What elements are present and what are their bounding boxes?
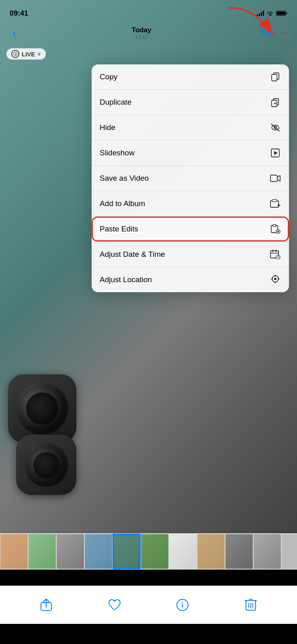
thumbnail-strip [0, 533, 297, 570]
thumbnail-2[interactable] [28, 534, 56, 569]
nav-title-block: Today 17:47 [23, 26, 260, 40]
nav-right: Edit ··· [260, 26, 291, 40]
thumbnail-3[interactable] [56, 534, 84, 569]
thumbnail-11[interactable] [281, 534, 297, 569]
svg-point-44 [182, 602, 183, 603]
svg-rect-19 [272, 200, 277, 202]
live-label: LIVE [22, 51, 35, 58]
svg-rect-3 [277, 12, 285, 15]
lens-1 [8, 374, 76, 443]
delete-button[interactable] [241, 595, 261, 615]
menu-item-duplicate[interactable]: Duplicate [92, 90, 289, 115]
menu-item-hide[interactable]: Hide [92, 115, 289, 140]
camera-lens-area [8, 374, 88, 495]
location-icon [270, 274, 281, 285]
back-button[interactable]: ‹ [6, 27, 23, 39]
menu-item-add-to-album-label: Add to Album [100, 199, 145, 208]
svg-rect-23 [273, 225, 276, 227]
status-icons [257, 10, 287, 16]
trash-icon [245, 598, 257, 612]
thumbnail-9[interactable] [225, 534, 253, 569]
video-icon [270, 173, 281, 184]
menu-item-adjust-location[interactable]: Adjust Location [92, 267, 289, 292]
svg-rect-2 [286, 12, 287, 14]
home-indicator [121, 637, 177, 639]
context-menu: Copy Duplicate Hide [92, 64, 289, 292]
edit-button[interactable]: Edit [260, 29, 273, 37]
menu-item-copy[interactable]: Copy [92, 64, 289, 90]
svg-point-0 [270, 15, 271, 16]
status-bar: 09:41 [0, 0, 297, 22]
slideshow-icon [270, 147, 281, 159]
svg-marker-17 [277, 175, 280, 181]
nav-subtitle: 17:47 [23, 34, 260, 40]
menu-item-adjust-date-time[interactable]: Adjust Date & Time [92, 242, 289, 267]
thumbnail-5-selected[interactable] [113, 534, 141, 569]
svg-point-35 [274, 278, 277, 280]
menu-item-slideshow[interactable]: Slideshow [92, 140, 289, 166]
info-button[interactable] [172, 595, 193, 615]
duplicate-icon [270, 97, 281, 108]
svg-rect-6 [272, 74, 277, 81]
thumbnail-4[interactable] [84, 534, 113, 569]
nav-bar: ‹ Today 17:47 Edit ··· [0, 22, 297, 44]
menu-item-duplicate-label: Duplicate [100, 98, 131, 107]
menu-item-hide-label: Hide [100, 123, 115, 132]
menu-item-adjust-date-time-label: Adjust Date & Time [100, 250, 165, 259]
live-badge[interactable]: LIVE ∨ [6, 48, 46, 60]
calendar-icon [270, 249, 281, 260]
copy-icon [270, 71, 281, 83]
lens-2 [16, 435, 76, 495]
favorite-button[interactable] [104, 595, 125, 615]
wifi-icon [266, 10, 274, 16]
thumbnail-10[interactable] [253, 534, 281, 569]
menu-item-save-as-video[interactable]: Save as Video [92, 166, 289, 191]
battery-icon [276, 10, 287, 16]
menu-item-paste-edits-label: Paste Edits [100, 225, 138, 233]
thumbnail-8[interactable] [197, 534, 225, 569]
menu-item-adjust-location-label: Adjust Location [100, 275, 152, 284]
heart-icon [108, 599, 121, 611]
share-button[interactable] [36, 595, 56, 615]
live-chevron-icon: ∨ [37, 51, 41, 57]
add-album-icon [270, 198, 281, 209]
signal-icon [257, 10, 264, 16]
menu-item-paste-edits[interactable]: Paste Edits [92, 217, 289, 242]
bottom-toolbar [0, 586, 297, 624]
menu-item-add-to-album[interactable]: Add to Album [92, 191, 289, 217]
menu-item-slideshow-label: Slideshow [100, 149, 135, 157]
paste-edits-icon [270, 223, 281, 235]
menu-item-save-as-video-label: Save as Video [100, 174, 149, 183]
thumbnail-6[interactable] [141, 534, 169, 569]
svg-rect-16 [270, 175, 277, 182]
hide-icon [270, 122, 281, 133]
thumbnail-7[interactable] [169, 534, 197, 569]
share-icon [40, 598, 53, 612]
nav-title: Today [23, 26, 260, 34]
menu-item-copy-label: Copy [100, 72, 117, 81]
status-time: 09:41 [10, 9, 28, 18]
live-icon [11, 50, 19, 58]
svg-marker-15 [274, 151, 278, 155]
more-button[interactable]: ··· [277, 26, 291, 40]
info-icon [176, 599, 189, 611]
thumbnail-1[interactable] [0, 534, 28, 569]
